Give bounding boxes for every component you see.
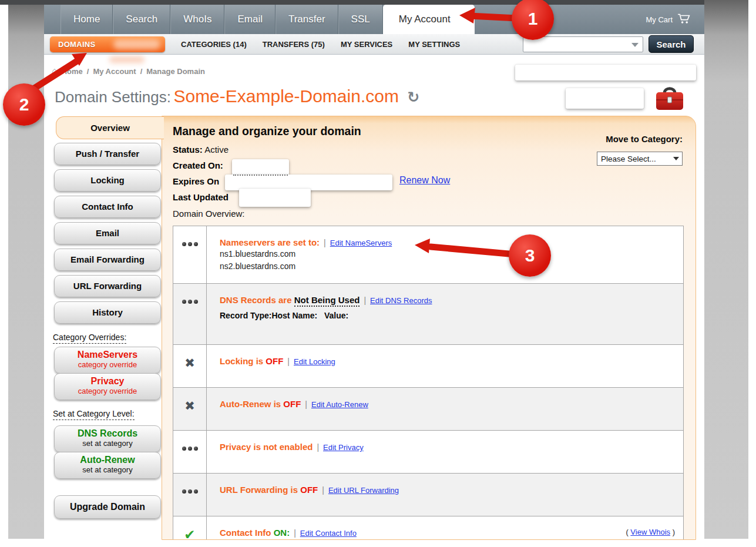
sidebar-item-privacy-override[interactable]: Privacycategory override (54, 373, 161, 400)
subnav-item-my-settings[interactable]: MY SETTINGS (408, 40, 460, 49)
sidebar-item-upgrade-domain[interactable]: Upgrade Domain (54, 495, 161, 519)
page-title: Domain Settings: Some-Example-Domain.com… (55, 86, 419, 106)
sidebar-item-url-forwarding[interactable]: URL Forwarding (54, 275, 161, 297)
refresh-icon[interactable]: ↻ (407, 89, 419, 105)
paren-close: ) (670, 528, 675, 536)
breadcrumb-item[interactable]: Home (62, 67, 83, 76)
sidebar-item-privacy-override-title: Privacy (55, 375, 160, 387)
edit-link[interactable]: Edit Locking (294, 357, 335, 366)
category-overrides-label-text: Category Overrides: (53, 333, 126, 344)
edit-link[interactable]: Edit NameServers (330, 239, 392, 247)
subnav-item-my-services[interactable]: MY SERVICES (341, 40, 392, 49)
ellipsis-icon (182, 489, 198, 494)
table-row: ✖Locking is OFF|Edit Locking (173, 344, 683, 387)
sidebar-item-nameservers-override-title: NameServers (55, 349, 160, 360)
search-button[interactable]: Search (649, 35, 694, 53)
expires-line: Expires On (173, 176, 219, 186)
sidebar-item-overview[interactable]: Overview (56, 116, 164, 139)
top-nav-tabs: HomeSearchWhoIsEmailTransferSSLMy Accoun… (44, 5, 704, 34)
subnav-items: CATEGORIES (14)TRANSFERS (75)MY SERVICES… (165, 40, 460, 49)
separator: | (317, 442, 319, 452)
subnav-item-transfers-[interactable]: TRANSFERS (75) (263, 40, 325, 49)
renew-now-link[interactable]: Renew Now (399, 175, 450, 186)
edit-link[interactable]: Edit DNS Records (370, 296, 432, 305)
row-icon-cell (173, 474, 207, 516)
sidebar-item-label: Email Forwarding (55, 249, 160, 270)
edit-link[interactable]: Edit Auto-Renew (311, 400, 368, 409)
row-title: Privacy is not enabled|Edit Privacy (220, 442, 675, 452)
nameserver-value: ns2.bluestardns.com (220, 260, 675, 273)
top-nav-tab-whois[interactable]: WhoIs (170, 5, 224, 34)
sidebar-item-auto-renew-category-subtitle: set at category (55, 465, 160, 474)
sidebar-item-email-forwarding[interactable]: Email Forwarding (54, 249, 161, 271)
edit-link[interactable]: Edit Privacy (323, 443, 364, 452)
updated-label: Last Updated (173, 192, 229, 202)
window-margin-left (8, 0, 44, 539)
edit-link[interactable]: Edit Contact Info (300, 529, 357, 538)
subnav-item-categories-[interactable]: CATEGORIES (14) (181, 40, 247, 49)
breadcrumb: ⌂ Home/My Account/Manage Domain (52, 66, 205, 76)
sidebar-item-auto-renew-category[interactable]: Auto-Renewset at category (54, 452, 161, 479)
redaction-box (515, 65, 696, 80)
chevron-down-icon (673, 157, 679, 160)
sidebar-item-label: Contact Info (55, 196, 160, 217)
row-title-segment: Auto-Renew is (220, 399, 283, 409)
account-sub-navigation: DOMAINS CATEGORIES (14)TRANSFERS (75)MY … (44, 34, 704, 55)
move-to-category-select[interactable]: Please Select... (597, 152, 683, 166)
my-cart[interactable]: My Cart (646, 5, 692, 34)
row-icon-cell (173, 226, 207, 283)
ellipsis-icon (182, 242, 198, 246)
top-nav-tab-email[interactable]: Email (224, 5, 275, 34)
x-icon: ✖ (184, 357, 195, 369)
domain-search-combobox[interactable] (523, 36, 643, 52)
sidebar-item-locking[interactable]: Locking (54, 169, 161, 192)
panel-heading: Manage and organize your domain (173, 125, 361, 138)
breadcrumb-separator: / (140, 67, 143, 76)
status-line: Status: Active (173, 145, 229, 155)
record-columns-line: Record Type:Host Name: Value: (220, 311, 675, 320)
sidebar-item-label: Email (55, 223, 160, 244)
row-body: Locking is OFF|Edit Locking (207, 345, 683, 387)
sidebar-item-auto-renew-category-title: Auto-Renew (55, 454, 160, 465)
toolbox-icon[interactable] (654, 85, 685, 115)
domains-tab-label: DOMAINS (50, 40, 96, 49)
edit-link[interactable]: Edit URL Forwarding (328, 486, 399, 495)
top-nav-tab-my-account[interactable]: My Account (383, 5, 475, 34)
row-title-segment: ON: (274, 528, 290, 538)
created-line: Created On: (173, 160, 223, 170)
table-row: Nameservers are set to:|Edit NameServers… (173, 226, 683, 283)
subnav-item-domains[interactable]: DOMAINS (50, 36, 165, 52)
sidebar-item-dns-records-category[interactable]: DNS Recordsset at category (54, 425, 161, 452)
sidebar-item-push-transfer[interactable]: Push / Transfer (54, 143, 161, 165)
top-nav-tab-transfer[interactable]: Transfer (275, 5, 338, 34)
breadcrumb-items: Home/My Account/Manage Domain (62, 67, 205, 76)
separator: | (324, 238, 326, 247)
top-nav-tab-search[interactable]: Search (113, 5, 170, 34)
sidebar-item-privacy-override-subtitle: category override (55, 387, 160, 395)
separator: | (322, 485, 324, 495)
breadcrumb-item[interactable]: Manage Domain (146, 67, 205, 76)
status-label: Status: (173, 145, 203, 155)
view-whois-link[interactable]: View Whois (630, 528, 670, 536)
check-icon: ✔ (184, 528, 195, 540)
sidebar-item-contact-info[interactable]: Contact Info (54, 196, 161, 218)
top-nav-tab-ssl[interactable]: SSL (338, 5, 383, 34)
row-title-segment: Not Being Used (294, 295, 360, 307)
sidebar-item-history[interactable]: History (54, 301, 161, 324)
sidebar-item-nameservers-override[interactable]: NameServerscategory override (54, 347, 161, 374)
top-nav-tab-home[interactable]: Home (61, 5, 113, 34)
separator: | (305, 400, 307, 409)
row-title-segment: DNS Records are (220, 295, 294, 305)
set-at-category-label: Set at Category Level: (53, 409, 135, 418)
upgrade-domain-label: Upgrade Domain (55, 496, 160, 518)
row-icon-cell (173, 284, 207, 344)
breadcrumb-item[interactable]: My Account (93, 67, 136, 76)
sidebar-item-email[interactable]: Email (54, 222, 161, 244)
row-body: Privacy is not enabled|Edit Privacy (207, 431, 683, 473)
domain-search-input[interactable] (523, 37, 643, 52)
separator: | (294, 528, 296, 538)
sidebar-item-label: URL Forwarding (55, 276, 160, 297)
chevron-down-icon[interactable] (631, 43, 639, 47)
sidebar-item-label: History (55, 302, 160, 323)
breadcrumb-separator: / (87, 67, 89, 76)
